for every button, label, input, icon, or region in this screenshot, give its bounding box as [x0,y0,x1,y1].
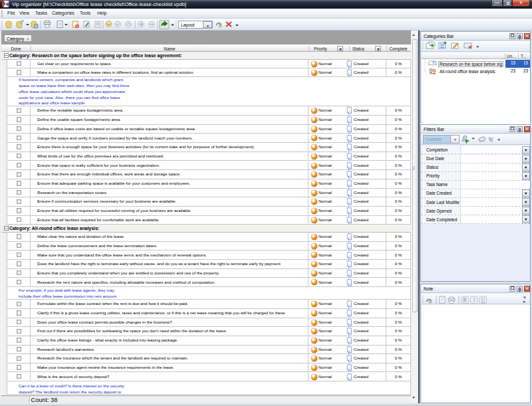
svg-text:»: » [523,295,526,300]
svg-text:B: B [463,297,467,303]
svg-text:U: U [481,297,485,303]
svg-text:I: I [473,297,475,303]
